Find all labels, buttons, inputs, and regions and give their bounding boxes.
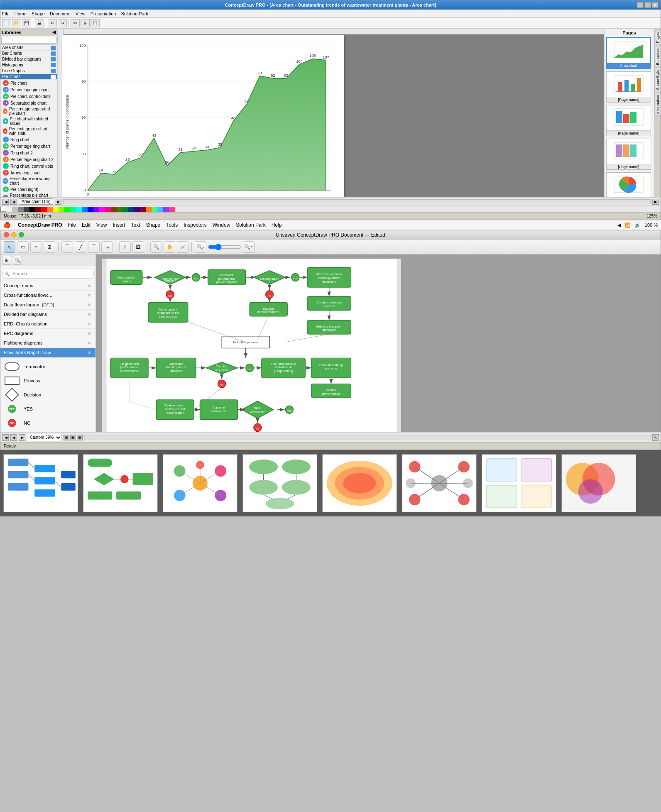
page-thumb-1[interactable]: Area chart <box>606 37 651 69</box>
cat-flowcharts[interactable]: Flowcharts Rapid Draw ✕ <box>0 348 95 357</box>
lib-item-arrow-ring[interactable]: ⟳ Arrow ring chart <box>0 169 57 176</box>
new-btn[interactable]: 📄 <box>2 19 11 27</box>
fullscreen-btn-mac[interactable] <box>19 232 24 237</box>
lib-cat-histograms[interactable]: Histograms <box>0 62 57 68</box>
page-thumb-2[interactable]: [Page name] <box>606 71 651 103</box>
cat-concept-maps[interactable]: Concept maps ✕ <box>0 281 95 291</box>
minimize-btn[interactable]: _ <box>637 2 644 8</box>
color-red[interactable] <box>41 207 47 212</box>
color-brown[interactable] <box>111 207 117 212</box>
mac-menu-insert[interactable]: Insert <box>113 222 125 228</box>
lib-item-pie-chart[interactable]: ● Pie chart <box>0 80 57 86</box>
zoom-out-btn[interactable]: 🔍- <box>195 241 206 253</box>
resize-btn[interactable]: ⤡ <box>652 434 659 441</box>
color-forest[interactable] <box>122 207 128 212</box>
lib-item-ring-ctrl[interactable]: ○ Ring chart, control dots <box>0 163 57 169</box>
nav-prev[interactable]: ◀ <box>10 199 17 205</box>
scrollbar-horizontal[interactable] <box>84 435 651 440</box>
color-dark-red[interactable] <box>35 207 41 212</box>
thumb-8[interactable] <box>561 454 636 512</box>
color-white[interactable] <box>0 207 6 212</box>
text-tool[interactable]: T <box>119 241 131 253</box>
color-mid-gray[interactable] <box>18 207 24 212</box>
save-btn[interactable]: 💾 <box>22 19 31 27</box>
menu-presentation[interactable]: Presentation <box>91 11 116 16</box>
color-navy[interactable] <box>128 207 134 212</box>
cat-epc[interactable]: EPC diagrams ✕ <box>0 329 95 338</box>
lib-item-pct-sep-pie[interactable]: ● Percentage separated pie chart <box>0 106 57 116</box>
tab-behaviour[interactable]: Behaviour <box>654 46 661 67</box>
lib-item-pct-pie[interactable]: ◑ Percentage pie chart <box>0 86 57 93</box>
color-green[interactable] <box>64 207 70 212</box>
lib-item-pct-ring[interactable]: ◑ Percentage ring chart <box>0 143 57 149</box>
print-btn[interactable]: 🖨 <box>35 19 44 27</box>
cat-dfd[interactable]: Data flow diagram (DFD) ✕ <box>0 300 95 310</box>
zoom-in-tool[interactable]: 🔍 <box>150 241 162 253</box>
eyedropper-tool[interactable]: 💉 <box>177 241 189 253</box>
thumb-7[interactable] <box>482 454 556 512</box>
shape-yes[interactable]: YES YES <box>2 402 94 416</box>
mac-app-name[interactable]: ConceptDraw PRO <box>18 222 62 228</box>
bezier-tool[interactable]: ∿ <box>101 241 113 253</box>
lib-item-pie-light[interactable]: ● Pie chart (light) <box>0 186 57 193</box>
thumb-1[interactable] <box>3 454 78 512</box>
lib-item-pie-ctrl[interactable]: ● Pie chart, control dots <box>0 93 57 100</box>
cut-btn[interactable]: ✂ <box>71 19 80 27</box>
tab-pages[interactable]: Pages <box>654 30 661 45</box>
image-tool[interactable]: 🖼 <box>132 241 144 253</box>
color-magenta[interactable] <box>99 207 105 212</box>
copy-btn[interactable]: ⎘ <box>81 19 90 27</box>
lib-cat-divided[interactable]: Divided bar diagrams <box>0 56 57 62</box>
menu-file[interactable]: File <box>2 11 10 16</box>
nav-first-btn[interactable]: |◀ <box>2 434 9 441</box>
shape-terminator[interactable]: Terminator <box>2 360 94 374</box>
mac-menu-window[interactable]: Window <box>213 222 230 228</box>
mac-menu-solution[interactable]: Solution Park <box>236 222 265 228</box>
lib-item-sep-pie[interactable]: ◑ Separated pie chart <box>0 100 57 106</box>
color-mint[interactable] <box>70 207 76 212</box>
cat-fishbone[interactable]: Fishbone diagrams ✕ <box>0 338 95 348</box>
close-cat-fishbone[interactable]: ✕ <box>86 340 92 346</box>
cat-divided-bar[interactable]: Divided bar diagrams ✕ <box>0 310 95 319</box>
lib-cat-pie-charts[interactable]: Pie charts <box>0 74 57 80</box>
nav-prev-btn[interactable]: ◀ <box>10 434 17 441</box>
tab-shape-style[interactable]: Shape Style <box>654 68 661 92</box>
page-dot-2[interactable]: ▣ <box>70 435 76 440</box>
color-yellow[interactable] <box>53 207 59 212</box>
minimize-btn-mac[interactable] <box>11 232 17 237</box>
close-cat-concept[interactable]: ✕ <box>86 283 92 289</box>
nav-next-btn[interactable]: ▶ <box>19 434 25 441</box>
undo-btn[interactable]: ↩ <box>48 19 57 27</box>
color-amber[interactable] <box>146 207 152 212</box>
redo-btn[interactable]: ↪ <box>58 19 67 27</box>
color-black[interactable] <box>29 207 35 212</box>
chart-paper[interactable]: 0 14 13 23 27 43 20 31 32 33 35 48 57 78… <box>62 35 344 197</box>
color-gray[interactable] <box>12 207 18 212</box>
mac-menu-tools[interactable]: Tools <box>166 222 178 228</box>
lib-item-pct-shifted[interactable]: ● Percentage pie chart with shift... <box>0 126 57 136</box>
color-dark-blue[interactable] <box>88 207 93 212</box>
color-lime[interactable] <box>59 207 64 212</box>
chart-tab-label[interactable]: Area chart (1/6) <box>19 198 53 205</box>
shape-no[interactable]: NO NO <box>2 416 94 430</box>
lib-cat-line-graphs[interactable]: Line Graphs <box>0 68 57 74</box>
mac-menu-text[interactable]: Text <box>131 222 140 228</box>
zoom-slider[interactable] <box>208 244 241 250</box>
select-tool[interactable]: ↖ <box>4 241 15 253</box>
back-btn[interactable]: ◀ <box>617 223 621 228</box>
lib-item-ring2[interactable]: ○ Ring chart 2 <box>0 149 57 156</box>
color-spring[interactable] <box>152 207 157 212</box>
close-cat-flowcharts[interactable]: ✕ <box>86 350 92 355</box>
color-dark-gray[interactable] <box>24 207 29 212</box>
lib-item-pct-pie-light[interactable]: ◑ Percentage pie chart (light) <box>0 193 57 197</box>
menu-home[interactable]: Home <box>15 11 27 16</box>
nav-right[interactable]: ▶ <box>652 199 659 205</box>
color-indigo[interactable] <box>134 207 140 212</box>
color-blue[interactable] <box>82 207 88 212</box>
lib-cat-area-charts[interactable]: Area charts <box>0 45 57 51</box>
page-dot-3[interactable]: ▣ <box>77 435 83 440</box>
thumb-4[interactable] <box>242 454 317 512</box>
color-sky[interactable] <box>157 207 163 212</box>
lib-item-ring[interactable]: ○ Ring chart <box>0 136 57 143</box>
menu-solution-park[interactable]: Solution Park <box>121 11 148 16</box>
